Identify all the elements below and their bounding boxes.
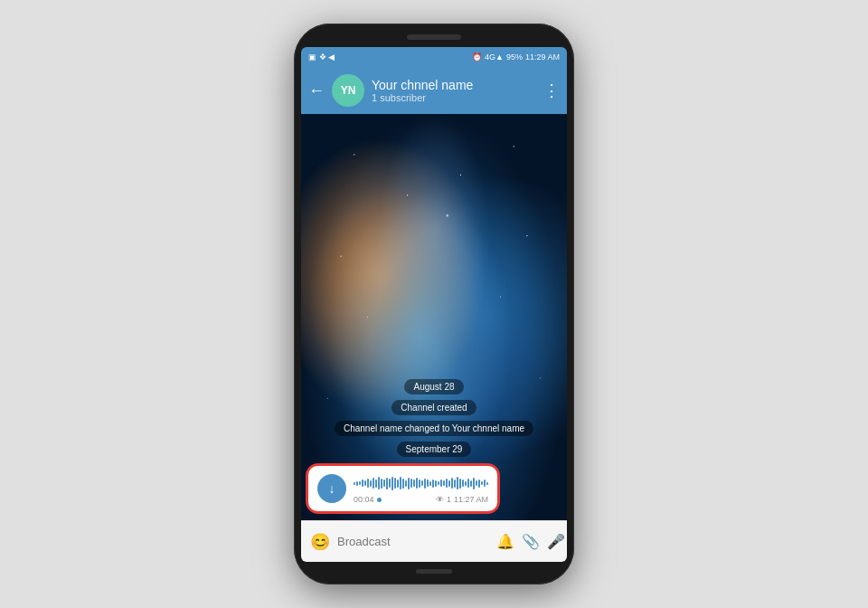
voice-meta: 00:04 👁 1 11:27 AM: [354, 495, 488, 504]
clock: 11:29 AM: [525, 52, 560, 62]
mic-button[interactable]: 🎤: [547, 533, 565, 550]
more-button[interactable]: ⋮: [543, 81, 560, 100]
status-right-info: ⏰ 4G▲ 95% 11:29 AM: [472, 52, 560, 62]
status-bar: ▣ ❖ ◀ ⏰ 4G▲ 95% 11:29 AM: [301, 47, 567, 67]
channel-avatar: YN: [332, 74, 364, 107]
view-count: 1: [447, 495, 451, 504]
phone-home-button: [416, 569, 452, 574]
waveform-bar: [394, 478, 396, 489]
waveform-bar: [476, 480, 477, 486]
broadcast-input[interactable]: [337, 535, 489, 548]
channel-created-msg: Channel created: [392, 400, 476, 415]
waveform: [354, 473, 488, 493]
waveform-bar: [435, 480, 437, 487]
waveform-bar: [416, 478, 418, 489]
waveform-bar: [375, 480, 377, 488]
waveform-bar: [410, 479, 412, 488]
voice-message-bubble: ↓ 00:04 👁 1: [307, 464, 499, 513]
waveform-bar: [421, 480, 423, 486]
waveform-bar: [451, 478, 453, 489]
download-button[interactable]: ↓: [317, 474, 346, 503]
waveform-bar: [440, 480, 442, 487]
waveform-bar: [370, 480, 372, 487]
waveform-bar: [359, 481, 361, 485]
alarm-icon: ⏰: [472, 52, 482, 62]
dot-indicator: [377, 498, 382, 502]
waveform-bar: [364, 480, 366, 486]
voice-content: 00:04 👁 1 11:27 AM: [354, 473, 488, 504]
bottom-bar: 😊 🔔 📎 🎤: [301, 520, 567, 562]
status-left-icons: ▣ ❖ ◀: [308, 52, 335, 62]
waveform-bar: [386, 478, 388, 489]
waveform-bar: [454, 480, 456, 488]
notification-icons: ▣ ❖ ◀: [308, 52, 335, 62]
subscriber-count: 1 subscriber: [372, 92, 536, 103]
waveform-bar: [373, 478, 374, 489]
waveform-bar: [402, 479, 404, 489]
waveform-bar: [419, 480, 420, 488]
waveform-bar: [378, 477, 380, 489]
waveform-bar: [446, 479, 448, 488]
channel-name-changed-msg: Channel name changed to Your chnnel name: [335, 421, 533, 436]
messages-area: August 28 Channel created Channel name c…: [301, 377, 567, 520]
voice-time-info: 👁 1 11:27 AM: [436, 495, 488, 504]
attach-button[interactable]: 📎: [522, 533, 540, 550]
waveform-bar: [438, 481, 439, 485]
waveform-bar: [389, 479, 391, 488]
battery-level: 95%: [506, 52, 523, 62]
waveform-bar: [432, 480, 434, 488]
date-label: August 28: [404, 379, 463, 394]
signal-icon: 4G▲: [485, 52, 504, 62]
waveform-bar: [383, 480, 385, 487]
phone-device: ▣ ❖ ◀ ⏰ 4G▲ 95% 11:29 AM ← YN Your chnne…: [294, 24, 574, 584]
app-bar: ← YN Your chnnel name 1 subscriber ⋮: [301, 67, 567, 114]
phone-speaker: [407, 34, 461, 40]
channel-info: Your chnnel name 1 subscriber: [372, 78, 536, 104]
waveform-bar: [443, 480, 445, 486]
waveform-bar: [467, 479, 469, 488]
view-icon: 👁: [436, 495, 444, 504]
phone-screen: ▣ ❖ ◀ ⏰ 4G▲ 95% 11:29 AM ← YN Your chnne…: [301, 47, 567, 562]
waveform-bar: [424, 479, 426, 489]
waveform-bar: [392, 477, 393, 490]
waveform-bar: [362, 480, 363, 487]
download-icon: ↓: [329, 481, 335, 496]
waveform-bar: [462, 480, 464, 487]
waveform-bar: [465, 481, 467, 486]
waveform-bar: [473, 478, 475, 489]
voice-message-wrap: ↓ 00:04 👁 1: [301, 461, 567, 517]
waveform-bar: [459, 479, 461, 489]
duration-text: 00:04: [354, 495, 374, 504]
emoji-button[interactable]: 😊: [310, 532, 330, 552]
waveform-bar: [429, 481, 431, 486]
waveform-bar: [356, 481, 358, 486]
waveform-bar: [486, 482, 488, 485]
waveform-bar: [405, 480, 407, 487]
channel-name: Your chnnel name: [372, 78, 536, 93]
waveform-bar: [484, 480, 486, 487]
waveform-bar: [381, 479, 382, 489]
waveform-bar: [457, 477, 458, 489]
waveform-bar: [478, 480, 480, 488]
notification-button[interactable]: 🔔: [496, 533, 514, 550]
voice-duration: 00:04: [354, 495, 382, 504]
waveform-bar: [400, 477, 401, 489]
chat-background: August 28 Channel created Channel name c…: [301, 114, 567, 520]
waveform-bar: [481, 481, 483, 485]
waveform-bar: [427, 480, 429, 487]
waveform-bar: [413, 480, 415, 487]
waveform-bar: [408, 478, 410, 489]
message-time: 11:27 AM: [454, 495, 488, 504]
waveform-bar: [470, 480, 472, 487]
date-label-2: September 29: [397, 442, 472, 457]
back-button[interactable]: ←: [308, 81, 325, 100]
waveform-bar: [367, 479, 369, 488]
waveform-bar: [397, 480, 399, 488]
waveform-bar: [448, 480, 450, 487]
waveform-bar: [354, 482, 355, 485]
